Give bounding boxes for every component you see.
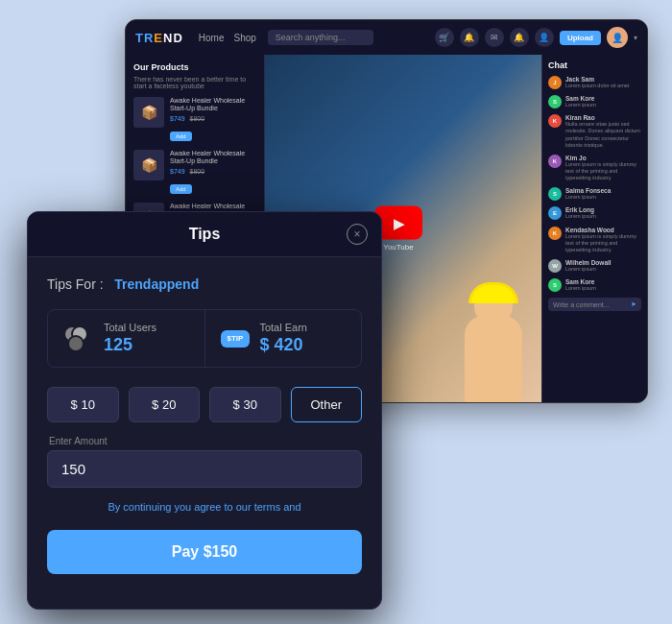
chat-text: Salma Fonseca Lorem ipsum [565, 187, 641, 201]
chevron-down-icon: ▾ [634, 34, 637, 42]
chat-text: Erik Long Lorem ipsum [565, 206, 641, 220]
chat-username: Wilhelm Dowall [565, 259, 641, 266]
chat-text: Kim Jo Lorem ipsum is simply dummy text … [565, 155, 641, 181]
chat-msg: Lorem ipsum [565, 194, 641, 201]
stat-info: Total Users 125 [104, 322, 156, 355]
total-earn-label: Total Earn [259, 322, 307, 333]
chat-avatar: K [548, 155, 562, 168]
modal-body: Tips For : Trendappend Total Users 125 [28, 257, 381, 609]
product-image: 📦 [133, 150, 164, 180]
bell-icon[interactable]: 🔔 [460, 28, 479, 47]
chat-text: Kiran Rao Nulla ornare vitae justo sed m… [565, 114, 641, 149]
tips-for-name: Trendappend [114, 276, 199, 292]
products-subtitle: There has never been a better time to st… [133, 76, 256, 89]
product-name: Awake Healer Wholesale Start-Up Bundle [170, 150, 256, 166]
chat-msg: Lorem ipsum [565, 102, 641, 108]
chat-avatar: E [548, 206, 562, 220]
chat-text: Jack Sam Lorem ipsum dolor sit amet [565, 76, 641, 89]
add-to-cart-button[interactable]: Add [170, 132, 192, 141]
chat-username: Kiran Rao [565, 114, 641, 121]
amount-input-wrapper[interactable]: 150 [47, 450, 362, 488]
mail-icon[interactable]: ✉ [485, 28, 504, 47]
nav-shop[interactable]: Shop [233, 33, 255, 43]
tips-for-label: Tips For : [47, 276, 104, 292]
list-item: 📦 Awake Healer Wholesale Start-Up Bundle… [133, 150, 256, 195]
chat-msg: Lorem ipsum dolor sit amet [565, 83, 641, 89]
chat-text: Kendasha Wood Lorem ipsum is simply dumm… [565, 227, 641, 253]
chat-username: Salma Fonseca [565, 187, 641, 194]
close-button[interactable]: × [347, 224, 368, 245]
avatar[interactable]: 👤 [607, 27, 628, 48]
product-image: 📦 [133, 97, 164, 128]
nav-home[interactable]: Home [199, 33, 225, 43]
amount-other-button[interactable]: Other [291, 387, 363, 422]
chat-avatar: J [548, 76, 562, 89]
amount-buttons: $ 10 $ 20 $ 30 Other [47, 387, 362, 422]
chat-username: Sam Kore [565, 95, 641, 102]
product-info: Awake Healer Wholesale Start-Up Bundle $… [170, 97, 256, 142]
chat-text: Sam Kore Lorem ipsum [565, 278, 641, 292]
browser-nav: TREND Home Shop Search anything... 🛒 🔔 ✉… [126, 20, 647, 55]
nav-links: Home Shop [199, 33, 256, 43]
enter-amount-section: Enter Amount 150 [47, 436, 362, 488]
stats-row: Total Users 125 $TIP Total Earn $ 420 [47, 309, 362, 368]
chat-msg: Lorem ipsum is simply dummy text of the … [565, 233, 641, 253]
chat-message-8: W Wilhelm Dowall Lorem ipsum [548, 259, 641, 273]
chat-input[interactable]: Write a comment... ➤ [548, 298, 641, 311]
search-bar[interactable]: Search anything... [268, 30, 373, 45]
chat-avatar: S [548, 95, 562, 108]
chat-message-2: S Sam Kore Lorem ipsum [548, 95, 641, 108]
chat-msg: Lorem ipsum is simply dummy text of the … [565, 161, 641, 181]
chat-message-5: S Salma Fonseca Lorem ipsum [548, 187, 641, 201]
product-info: Awake Healer Wholesale Start-Up Bundle $… [170, 150, 256, 195]
notification-icon[interactable]: 🔔 [510, 28, 529, 47]
streamer-person [455, 277, 532, 402]
chat-username: Kim Jo [565, 155, 641, 161]
chat-message-6: E Erik Long Lorem ipsum [548, 206, 641, 220]
chat-message-4: K Kim Jo Lorem ipsum is simply dummy tex… [548, 155, 641, 181]
products-title: Our Products [133, 62, 256, 72]
chat-message-1: J Jack Sam Lorem ipsum dolor sit amet [548, 76, 641, 89]
send-icon[interactable]: ➤ [631, 300, 636, 308]
amount-10-button[interactable]: $ 10 [47, 387, 119, 422]
modal-title: Tips [189, 226, 221, 243]
list-item: 📦 Awake Healer Wholesale Start-Up Bundle… [133, 97, 256, 142]
amount-input-value: 150 [61, 461, 348, 477]
product-name: Awake Healer Wholesale Start-Up Bundle [170, 97, 256, 113]
chat-avatar: W [548, 259, 562, 273]
chat-sidebar: Chat J Jack Sam Lorem ipsum dolor sit am… [541, 55, 647, 402]
chat-username: Erik Long [565, 206, 641, 213]
enter-amount-label: Enter Amount [47, 436, 362, 446]
product-price: $749 $800 [170, 168, 256, 175]
chat-message-9: S Sam Kore Lorem ipsum [548, 278, 641, 292]
product-name: Awake Healer Wholesale [170, 203, 256, 210]
amount-20-button[interactable]: $ 20 [129, 387, 201, 422]
pay-button[interactable]: Pay $150 [47, 530, 362, 574]
chat-avatar: K [548, 227, 562, 240]
cart-icon[interactable]: 🛒 [435, 28, 454, 47]
chat-text: Sam Kore Lorem ipsum [565, 95, 641, 108]
total-users-block: Total Users 125 [48, 310, 205, 367]
chat-title: Chat [548, 60, 641, 70]
tips-for-row: Tips For : Trendappend [47, 276, 362, 292]
chat-avatar: S [548, 278, 562, 292]
terms-text[interactable]: By continuing you agree to our terms and [47, 501, 362, 513]
chat-avatar: K [548, 114, 562, 128]
total-earn-block: $TIP Total Earn $ 420 [205, 310, 362, 367]
stat-info-earn: Total Earn $ 420 [259, 322, 307, 355]
upload-button[interactable]: Upload [560, 31, 601, 45]
chat-text: Wilhelm Dowall Lorem ipsum [565, 259, 641, 273]
total-earn-value: $ 420 [259, 335, 307, 355]
user-icon[interactable]: 👤 [535, 28, 554, 47]
add-to-cart-button[interactable]: Add [170, 184, 192, 194]
chat-avatar: S [548, 187, 562, 201]
chat-username: Kendasha Wood [565, 227, 641, 233]
chat-msg: Lorem ipsum [565, 213, 641, 220]
chat-username: Jack Sam [565, 76, 641, 83]
total-users-value: 125 [104, 335, 156, 355]
chat-message-3: K Kiran Rao Nulla ornare vitae justo sed… [548, 114, 641, 149]
nav-icons: 🛒 🔔 ✉ 🔔 👤 Upload 👤 ▾ [435, 27, 637, 48]
amount-30-button[interactable]: $ 30 [209, 387, 281, 422]
chat-msg: Nulla ornare vitae justo sed molestie. D… [565, 121, 641, 149]
modal-header: Tips × [28, 212, 381, 257]
